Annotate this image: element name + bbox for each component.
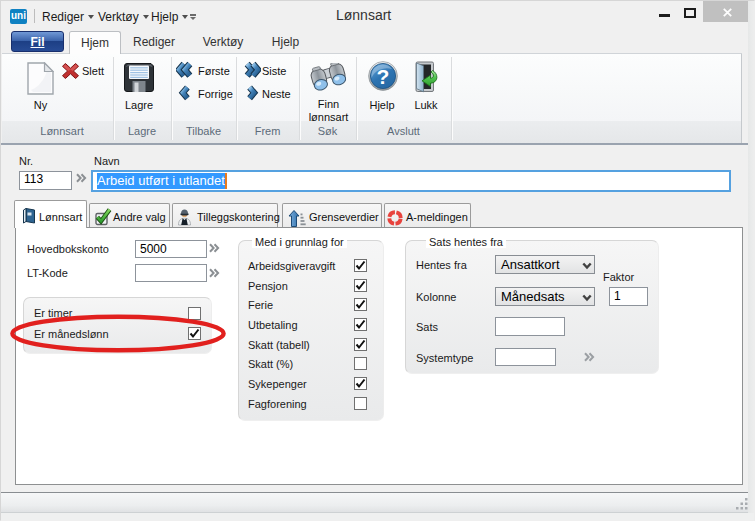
svg-text:?: ?: [377, 65, 390, 88]
